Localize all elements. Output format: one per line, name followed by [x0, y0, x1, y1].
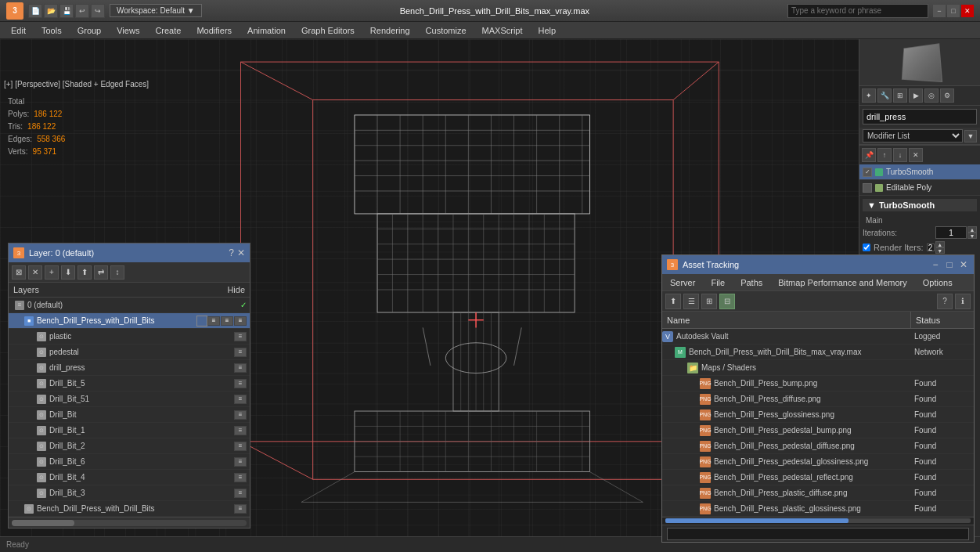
menu-item-group[interactable]: Group	[70, 22, 110, 38]
layer-item-drill-bit-4[interactable]: ⊙ Drill_Bit_4 ≡	[9, 470, 250, 485]
menu-item-modifiers[interactable]: Modifiers	[189, 22, 240, 38]
layer-item-bench-drill-2[interactable]: ⊙ Bench_Drill_Press_with_Drill_Bits ≡	[9, 501, 250, 517]
asset-menu-options[interactable]: Options	[915, 276, 960, 289]
menu-item-maxscript[interactable]: MAXScript	[474, 22, 531, 38]
asset-row-glossiness[interactable]: PNG Bench_Drill_Press_glossiness.png Fou…	[662, 407, 974, 423]
layers-help-button[interactable]: ?	[229, 247, 234, 258]
save-btn[interactable]: 💾	[59, 4, 74, 18]
asset-row-diffuse[interactable]: PNG Bench_Drill_Press_diffuse.png Found	[662, 391, 974, 407]
asset-row-maps[interactable]: 📁 Maps / Shaders	[662, 360, 974, 376]
undo-btn[interactable]: ↩	[75, 4, 89, 18]
asset-row-bump[interactable]: PNG Bench_Drill_Press_bump.png Found	[662, 376, 974, 391]
asset-tool-3[interactable]: ⊞	[701, 294, 717, 309]
menu-item-animation[interactable]: Animation	[240, 22, 294, 38]
hierarchy-icon[interactable]: ⊞	[893, 88, 907, 103]
search-input[interactable]	[787, 4, 928, 18]
utility-icon[interactable]: ⚙	[940, 88, 954, 103]
ts-iterations-spinner[interactable]: ▲ ▼	[935, 226, 977, 239]
asset-menu-paths[interactable]: Paths	[733, 276, 770, 289]
layer-checkbox[interactable]	[196, 316, 207, 327]
layer-item-drill-bit-6[interactable]: ⊙ Drill_Bit_6 ≡	[9, 454, 250, 470]
mod-vis-check-poly[interactable]	[863, 183, 872, 193]
menu-item-customize[interactable]: Customize	[418, 22, 474, 38]
layers-close-button[interactable]: ✕	[237, 247, 245, 258]
layers-tool-2[interactable]: ✕	[28, 265, 42, 280]
layers-tool-7[interactable]: ↕	[110, 265, 124, 280]
asset-row-ped-reflect[interactable]: PNG Bench_Drill_Press_pedestal_reflect.p…	[662, 470, 974, 485]
layer-item-drill-bit-5[interactable]: ⊙ Drill_Bit_5 ≡	[9, 376, 250, 391]
minimize-button[interactable]: −	[933, 5, 946, 17]
asset-row-ped-glossiness[interactable]: PNG Bench_Drill_Press_pedestal_glossines…	[662, 454, 974, 470]
asset-row-max-file[interactable]: M Bench_Drill_Press_with_Drill_Bits_max_…	[662, 345, 974, 360]
layer-item-plastic[interactable]: ⊙ plastic ≡	[9, 329, 250, 345]
maximize-button[interactable]: □	[947, 5, 960, 17]
asset-tool-2[interactable]: ☰	[683, 294, 699, 309]
ts-render-up[interactable]: ▲	[935, 241, 945, 247]
modifier-item-turbosmooth[interactable]: ✓ TurboSmooth	[859, 164, 980, 180]
menu-item-edit[interactable]: Edit	[3, 22, 34, 38]
mod-vis-check[interactable]: ✓	[863, 168, 872, 177]
asset-row-vault[interactable]: V Autodesk Vault Logged	[662, 329, 974, 345]
asset-row-plastic-glossiness[interactable]: PNG Bench_Drill_Press_plastic_glossiness…	[662, 501, 974, 517]
remove-modifier-btn[interactable]: ✕	[909, 148, 923, 162]
menu-item-create[interactable]: Create	[147, 22, 189, 38]
ts-render-down[interactable]: ▼	[935, 247, 945, 254]
layers-scrollbar[interactable]	[9, 517, 250, 528]
layers-tool-3[interactable]: +	[45, 265, 59, 280]
h-scrollbar[interactable]	[12, 520, 247, 526]
layers-tool-4[interactable]: ⬇	[61, 265, 75, 280]
asset-status-input[interactable]	[667, 528, 969, 540]
asset-min-button[interactable]: −	[930, 259, 941, 270]
asset-row-plastic-diffuse[interactable]: PNG Bench_Drill_Press_plastic_diffuse.pn…	[662, 485, 974, 501]
ts-iter-down[interactable]: ▼	[967, 233, 977, 239]
modifier-list-arrow[interactable]: ▼	[964, 130, 977, 143]
modifier-list-dropdown[interactable]: Modifier List	[863, 129, 963, 143]
layer-item-pedestal[interactable]: ⊙ pedestal ≡	[9, 345, 250, 360]
ts-render-iters-check[interactable]: Render Iters: ▲ ▼	[863, 241, 977, 254]
asset-close-button[interactable]: ✕	[958, 259, 969, 270]
new-btn[interactable]: 📄	[28, 4, 42, 18]
ts-render-spinner[interactable]: ▲ ▼	[927, 241, 945, 254]
close-button[interactable]: ✕	[961, 5, 974, 17]
move-down-btn[interactable]: ↓	[893, 148, 907, 162]
layer-item-drill-bit-51[interactable]: ⊙ Drill_Bit_51 ≡	[9, 391, 250, 407]
pin-modifier-btn[interactable]: 📌	[862, 148, 876, 162]
redo-btn[interactable]: ↪	[91, 4, 105, 18]
ts-iter-up[interactable]: ▲	[967, 226, 977, 233]
layer-item-drill-bit-3[interactable]: ⊙ Drill_Bit_3 ≡	[9, 485, 250, 501]
layer-item-drill-bit-1[interactable]: ⊙ Drill_Bit_1 ≡	[9, 423, 250, 438]
create-icon[interactable]: ✦	[862, 88, 876, 103]
ts-iterations-input[interactable]	[935, 226, 967, 239]
layer-item-drill-bit-2[interactable]: ⊙ Drill_Bit_2 ≡	[9, 438, 250, 454]
workspace-button[interactable]: Workspace: Default ▼	[110, 4, 202, 17]
asset-tool-1[interactable]: ⬆	[665, 294, 681, 309]
asset-menu-server[interactable]: Server	[662, 276, 703, 289]
object-name-field[interactable]	[863, 109, 977, 124]
h-scrollbar-thumb[interactable]	[12, 520, 74, 526]
ts-render-iters-checkbox[interactable]	[863, 244, 870, 251]
menu-item-graph-editors[interactable]: Graph Editors	[294, 22, 362, 38]
layers-tool-1[interactable]: ⊠	[12, 265, 26, 280]
modifier-item-editablepoly[interactable]: Editable Poly	[859, 180, 980, 196]
layer-item-drill-press[interactable]: ⊙ drill_press ≡	[9, 360, 250, 376]
layers-tool-6[interactable]: ⇄	[94, 265, 108, 280]
asset-row-ped-diffuse[interactable]: PNG Bench_Drill_Press_pedestal_diffuse.p…	[662, 438, 974, 454]
asset-max-button[interactable]: □	[944, 259, 955, 270]
layers-tool-5[interactable]: ⬆	[77, 265, 92, 280]
layer-item-bench-drill[interactable]: ■ Bench_Drill_Press_with_Drill_Bits ≡ ≡ …	[9, 313, 250, 329]
asset-help-btn[interactable]: ?	[937, 294, 953, 309]
menu-item-tools[interactable]: Tools	[34, 22, 70, 38]
ts-render-iters-input[interactable]	[927, 244, 935, 251]
asset-tool-4[interactable]: ⊟	[719, 294, 735, 309]
modify-icon[interactable]: 🔧	[877, 88, 892, 103]
layer-item-default[interactable]: ≡ 0 (default) ✓	[9, 298, 250, 313]
menu-item-rendering[interactable]: Rendering	[362, 22, 418, 38]
asset-row-ped-bump[interactable]: PNG Bench_Drill_Press_pedestal_bump.png …	[662, 423, 974, 438]
display-icon[interactable]: ◎	[924, 88, 939, 103]
menu-item-views[interactable]: Views	[109, 22, 147, 38]
layer-item-drill-bit[interactable]: ⊙ Drill_Bit ≡	[9, 407, 250, 423]
asset-info-btn[interactable]: ℹ	[955, 294, 971, 309]
asset-menu-bitmap[interactable]: Bitmap Performance and Memory	[770, 276, 914, 289]
asset-menu-file[interactable]: File	[703, 276, 733, 289]
motion-icon[interactable]: ▶	[909, 88, 923, 103]
